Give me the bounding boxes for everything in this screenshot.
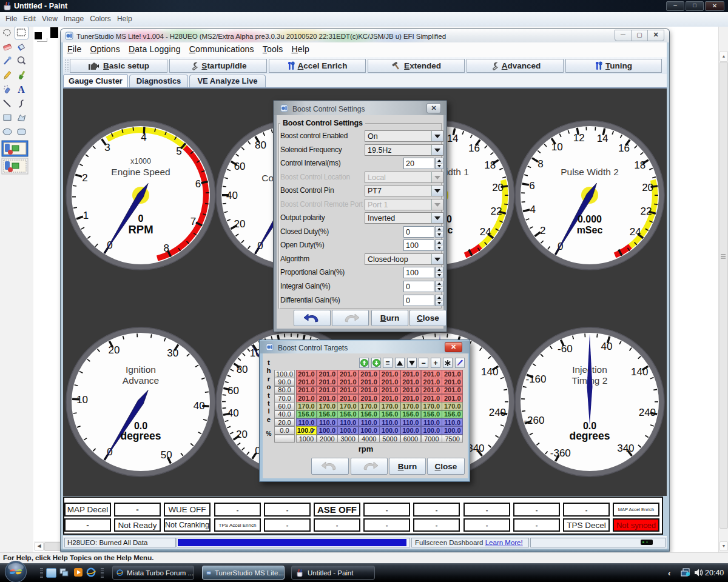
svg-text:20: 20 (642, 182, 653, 193)
svg-text:20: 20 (492, 182, 504, 193)
svg-text:16: 16 (468, 142, 480, 154)
svg-text:0.000: 0.000 (578, 214, 602, 224)
svg-text:mSec: mSec (577, 225, 603, 235)
svg-text:-160: -160 (525, 373, 546, 385)
svg-text:16: 16 (618, 142, 630, 154)
svg-text:degrees: degrees (569, 430, 610, 442)
svg-text:40: 40 (226, 190, 238, 201)
svg-text:-60: -60 (558, 343, 573, 355)
svg-text:Ignition: Ignition (126, 364, 156, 375)
svg-text:5: 5 (176, 146, 181, 157)
svg-text:14: 14 (597, 133, 608, 144)
svg-text:0: 0 (138, 213, 144, 224)
svg-text:Pulse Width 2: Pulse Width 2 (561, 167, 619, 177)
svg-text:24: 24 (480, 226, 491, 238)
svg-text:240: 240 (639, 407, 656, 418)
svg-text:RPM: RPM (128, 223, 153, 236)
svg-text:20: 20 (108, 344, 120, 356)
svg-text:40: 40 (601, 341, 613, 352)
svg-text:60: 60 (234, 161, 246, 172)
svg-text:22: 22 (491, 206, 502, 217)
svg-text:40: 40 (194, 400, 205, 412)
svg-text:80: 80 (255, 139, 266, 151)
svg-text:60: 60 (228, 385, 239, 396)
svg-text:140: 140 (631, 366, 648, 378)
svg-text:2: 2 (82, 172, 87, 184)
svg-text:18: 18 (484, 159, 496, 171)
svg-text:Engine Speed: Engine Speed (111, 167, 170, 177)
svg-text:4: 4 (530, 204, 535, 215)
svg-text:340: 340 (617, 443, 634, 454)
svg-text:50: 50 (161, 449, 172, 461)
svg-text:degrees: degrees (120, 430, 161, 442)
svg-text:x1000: x1000 (130, 157, 151, 166)
svg-text:8: 8 (164, 242, 169, 254)
svg-text:-260: -260 (524, 415, 544, 426)
svg-text:10: 10 (76, 394, 88, 406)
svg-text:7: 7 (190, 216, 196, 227)
svg-text:240: 240 (489, 407, 506, 418)
svg-text:22: 22 (641, 206, 652, 217)
svg-text:A: A (18, 84, 25, 95)
svg-text:140: 140 (481, 366, 498, 378)
svg-text:14: 14 (447, 133, 459, 144)
svg-text:20: 20 (236, 429, 248, 440)
svg-text:18: 18 (634, 159, 645, 171)
svg-text:80: 80 (237, 364, 248, 375)
svg-text:8: 8 (538, 158, 543, 170)
svg-text:10: 10 (551, 141, 563, 153)
svg-text:6: 6 (529, 180, 534, 192)
svg-text:4: 4 (141, 132, 146, 143)
svg-text:12: 12 (573, 132, 585, 144)
svg-text:24: 24 (630, 226, 641, 238)
svg-text:3: 3 (104, 142, 110, 153)
svg-text:40: 40 (228, 407, 239, 419)
svg-text:6: 6 (195, 178, 201, 190)
svg-text:2: 2 (540, 225, 545, 236)
svg-text:20: 20 (234, 218, 245, 230)
svg-text:30: 30 (167, 347, 178, 359)
svg-text:-360: -360 (550, 447, 571, 459)
svg-text:1: 1 (83, 210, 89, 221)
svg-text:Advance: Advance (123, 375, 159, 386)
